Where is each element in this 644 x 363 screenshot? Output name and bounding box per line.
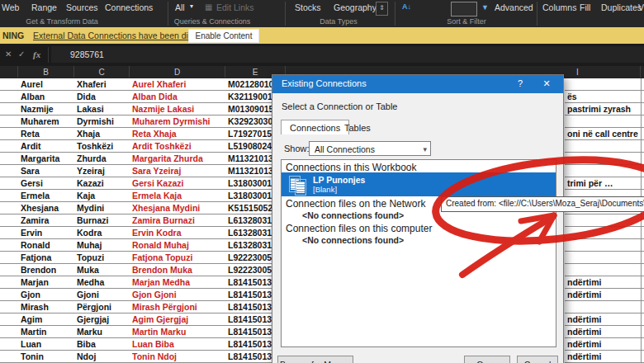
cell-b[interactable]: Margarita [18, 153, 77, 165]
cell-d[interactable]: Muharem Dyrmishi [130, 116, 228, 128]
cell-c[interactable]: Yzeiraj [74, 165, 132, 177]
cell-i[interactable]: ndërtimi [565, 351, 642, 363]
cell-i[interactable] [565, 78, 642, 91]
cell-d[interactable]: Fatjona Topuzi [130, 252, 228, 264]
cell-b[interactable]: Luan [18, 338, 77, 351]
ribbon-item-connections[interactable]: Connections [105, 2, 153, 12]
cell-c[interactable]: Muka [74, 264, 132, 276]
gallery-spinner[interactable]: ⇕ [376, 2, 388, 16]
cell-c[interactable]: Përgjoni [74, 301, 132, 314]
help-icon[interactable]: ? [514, 78, 527, 88]
cell-i[interactable] [565, 116, 642, 128]
cell-d[interactable]: Luan Biba [130, 338, 228, 351]
text-to-columns-button[interactable]: Columns [542, 2, 576, 12]
open-button[interactable]: Open [464, 356, 510, 363]
cell-i[interactable] [565, 239, 642, 252]
col-header-d[interactable]: D [130, 66, 225, 78]
cell-i[interactable]: ndërtimi [565, 276, 642, 289]
cell-b[interactable]: Gjon [18, 289, 77, 301]
filter-funnel-icon[interactable]: ▼ [481, 3, 489, 12]
cell-i[interactable]: pastrimi zyrash [565, 103, 642, 116]
cell-c[interactable]: Xhaferi [74, 78, 132, 91]
chevron-down-icon[interactable]: ▾ [190, 2, 193, 10]
cell-b[interactable]: Agim [18, 314, 77, 326]
sort-dialog-button[interactable] [451, 2, 477, 16]
cell-c[interactable]: Toshkëzi [74, 140, 132, 153]
cell-b[interactable]: Ardit [18, 140, 77, 153]
col-header-c[interactable]: C [74, 66, 130, 78]
cancel-icon[interactable]: ✕ [5, 50, 12, 59]
cell-d[interactable]: Ardit Toshkëzi [130, 140, 228, 153]
warning-details-link[interactable]: External Data Connections have been disa… [33, 31, 214, 40]
cell-c[interactable]: Kodra [74, 227, 132, 239]
cell-b[interactable]: Nazmije [18, 103, 77, 116]
ribbon-item-web[interactable]: Web [2, 2, 19, 12]
show-dropdown[interactable]: All Connections ▾ [309, 141, 431, 156]
cell-b[interactable]: Reta [18, 128, 77, 140]
connections-listbox[interactable]: Connections in this Workbook LP Punonjes… [281, 159, 556, 347]
dialog-titlebar[interactable]: Existing Connections ? ✕ [272, 75, 563, 93]
refresh-all-button[interactable]: All [175, 2, 185, 12]
cell-i[interactable]: ës [565, 91, 642, 103]
cell-c[interactable]: Gjergjaj [74, 314, 132, 326]
cell-b[interactable]: Aurel [18, 78, 77, 91]
cell-i[interactable] [565, 264, 642, 276]
cell-c[interactable]: Burnazi [74, 214, 132, 227]
cell-c[interactable]: Ndoj [74, 351, 132, 363]
cell-c[interactable]: Topuzi [74, 252, 132, 264]
cell-d[interactable]: Brendon Muka [130, 264, 228, 276]
cell-d[interactable]: Aurel Xhaferi [130, 78, 228, 91]
advanced-filter-button[interactable]: Advanced [495, 2, 533, 12]
cell-d[interactable]: Zamira Burnazi [130, 214, 228, 227]
cell-i[interactable]: ndërtimi [565, 289, 642, 301]
cell-b[interactable]: Ronald [18, 239, 77, 252]
sort-az-icon[interactable]: A↓ [402, 2, 411, 11]
cell-i[interactable]: oni në call centre [565, 128, 642, 140]
cell-b[interactable]: Tonin [18, 351, 77, 363]
cancel-button[interactable]: Cancel [517, 356, 558, 363]
tab-tables[interactable]: Tables [335, 120, 380, 134]
cell-b[interactable]: Xhesjana [18, 202, 77, 214]
cell-d[interactable]: Tonin Ndoj [130, 351, 228, 363]
cell-d[interactable]: Marjan Medha [130, 276, 228, 289]
cell-i[interactable] [565, 301, 642, 314]
enable-content-button[interactable]: Enable Content [188, 29, 259, 43]
cell-b[interactable]: Gersi [18, 177, 77, 190]
cell-i[interactable]: trimi për … [565, 177, 642, 190]
cell-c[interactable]: Biba [74, 338, 132, 351]
formula-input[interactable]: 9285761 [51, 46, 644, 63]
cell-b[interactable]: Sara [18, 165, 77, 177]
cell-d[interactable]: Ervin Kodra [130, 227, 228, 239]
cell-b[interactable]: Ervin [18, 227, 77, 239]
cell-i[interactable]: ndërtimi [565, 338, 642, 351]
ribbon-item-sources[interactable]: Sources [66, 2, 98, 12]
enter-icon[interactable]: ✓ [18, 50, 25, 59]
chevron-down-icon[interactable]: ▾ [423, 142, 427, 157]
cell-b[interactable]: Martin [18, 326, 77, 338]
cell-b[interactable]: Muharem [18, 116, 77, 128]
cell-d[interactable]: Sara Yzeiraj [130, 165, 228, 177]
cell-b[interactable]: Marjan [18, 276, 77, 289]
cell-d[interactable]: Mirash Përgjoni [130, 301, 228, 314]
cell-d[interactable]: Gersi Kazazi [130, 177, 228, 190]
cell-b[interactable]: Brendon [18, 264, 77, 276]
close-icon[interactable]: ✕ [540, 78, 553, 89]
cell-c[interactable]: Zhurda [74, 153, 132, 165]
cell-d[interactable]: Agim Gjergjaj [130, 314, 228, 326]
cell-c[interactable]: Mydini [74, 202, 132, 214]
data-validation-button-cut[interactable]: V [638, 2, 644, 12]
connection-item-lp-punonjes[interactable]: LP Punonjes [Blank] [282, 172, 556, 196]
cell-b[interactable]: Zamira [18, 214, 77, 227]
cell-d[interactable]: Alban Dida [130, 91, 228, 103]
cell-d[interactable]: Ermela Kaja [130, 190, 228, 202]
cell-c[interactable]: Marku [74, 326, 132, 338]
cell-i[interactable] [565, 140, 642, 153]
col-header-b[interactable]: B [18, 66, 74, 78]
cell-c[interactable]: Lakasi [74, 103, 132, 116]
stocks-button[interactable]: Stocks [295, 2, 321, 12]
col-header-a[interactable] [0, 66, 18, 78]
cell-c[interactable]: Muhaj [74, 239, 132, 252]
cell-d[interactable]: Reta Xhaja [130, 128, 228, 140]
cell-i[interactable] [565, 227, 642, 239]
cell-c[interactable]: Kazazi [74, 177, 132, 190]
